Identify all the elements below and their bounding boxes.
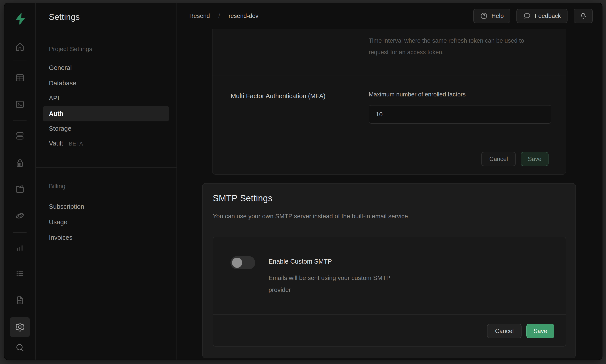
smtp-settings-card: SMTP Settings You can use your own SMTP …	[202, 183, 576, 358]
nav-section-billing: Billing	[49, 183, 65, 190]
auth-settings-card: Time interval where the same refresh tok…	[212, 29, 566, 175]
top-bar: Resend / resend-dev Help Feedback	[177, 3, 602, 29]
feedback-button[interactable]: Feedback	[516, 9, 567, 23]
auth-card-footer: Cancel Save	[481, 152, 549, 166]
nav-item-api[interactable]: API	[43, 91, 169, 106]
api-docs-icon[interactable]	[10, 290, 30, 311]
card-divider	[213, 144, 566, 144]
refresh-token-help-text: Time interval where the same refresh tok…	[369, 35, 543, 58]
storage-icon[interactable]	[10, 179, 30, 199]
smtp-subtitle: You can use your own SMTP server instead…	[213, 213, 410, 220]
breadcrumb-org[interactable]: Resend	[189, 13, 210, 19]
enable-custom-smtp-toggle[interactable]	[231, 256, 255, 269]
mfa-section-label: Multi Factor Authentication (MFA)	[231, 92, 325, 100]
rail-divider	[13, 232, 26, 233]
feedback-bubble-icon	[523, 12, 531, 20]
nav-item-invoices[interactable]: Invoices	[43, 230, 169, 245]
nav-item-vault[interactable]: VaultBETA	[43, 136, 169, 151]
topbar-actions: Help Feedback	[473, 9, 593, 23]
table-editor-icon[interactable]	[10, 68, 30, 88]
nav-item-vault-label: Vault	[49, 140, 63, 147]
max-factors-label: Maximum number of enrolled factors	[369, 91, 465, 98]
smtp-panel-footer: Cancel Save	[487, 324, 554, 338]
bell-icon	[579, 12, 587, 20]
breadcrumb-separator: /	[218, 12, 220, 20]
database-icon[interactable]	[10, 126, 30, 146]
toggle-knob	[232, 258, 242, 268]
smtp-cancel-button[interactable]: Cancel	[487, 324, 522, 338]
enable-custom-smtp-description: Emails will be sent using your custom SM…	[269, 272, 406, 296]
page-title: Settings	[49, 12, 80, 22]
reports-icon[interactable]	[10, 237, 30, 258]
home-icon[interactable]	[10, 37, 30, 57]
main-area: Resend / resend-dev Help Feedback	[177, 3, 602, 360]
help-button[interactable]: Help	[473, 9, 510, 23]
nav-item-general[interactable]: General	[43, 60, 169, 75]
nav-item-storage[interactable]: Storage	[43, 121, 169, 136]
search-icon[interactable]	[10, 338, 30, 358]
auth-lock-icon[interactable]	[10, 153, 30, 173]
auth-save-button[interactable]: Save	[521, 152, 549, 166]
vault-beta-badge: BETA	[69, 141, 83, 147]
rail-divider	[13, 120, 26, 120]
rail-divider	[13, 61, 26, 61]
auth-cancel-button[interactable]: Cancel	[481, 152, 516, 166]
enable-custom-smtp-label: Enable Custom SMTP	[269, 255, 332, 268]
help-button-label: Help	[491, 13, 504, 19]
notifications-button[interactable]	[574, 9, 593, 23]
nav-item-database[interactable]: Database	[43, 75, 169, 91]
nav-section-divider	[36, 167, 177, 168]
nav-item-auth[interactable]: Auth	[43, 106, 169, 121]
nav-item-usage[interactable]: Usage	[43, 214, 169, 230]
max-factors-input[interactable]	[369, 105, 551, 124]
settings-nav-panel: Settings Project Settings General Databa…	[36, 3, 177, 360]
feedback-button-label: Feedback	[535, 13, 561, 19]
edge-functions-icon[interactable]	[10, 206, 30, 226]
help-icon	[480, 12, 488, 20]
nav-header-divider	[36, 30, 177, 30]
app-window: Settings Project Settings General Databa…	[4, 3, 602, 360]
panel-divider	[213, 314, 566, 315]
logs-icon[interactable]	[10, 264, 30, 284]
settings-gear-icon[interactable]	[10, 317, 30, 337]
desktop-background: Settings Project Settings General Databa…	[0, 0, 606, 364]
breadcrumb-project[interactable]: resend-dev	[229, 13, 258, 19]
icon-rail	[4, 3, 36, 360]
nav-item-subscription[interactable]: Subscription	[43, 199, 169, 214]
nav-section-project-settings: Project Settings	[49, 46, 92, 53]
smtp-panel: Enable Custom SMTP Emails will be sent u…	[213, 237, 566, 347]
settings-content-scroll-area[interactable]: Time interval where the same refresh tok…	[177, 29, 602, 360]
card-divider	[213, 75, 566, 75]
smtp-save-button[interactable]: Save	[526, 324, 554, 338]
smtp-title: SMTP Settings	[213, 193, 272, 203]
supabase-logo-icon[interactable]	[13, 12, 27, 26]
sql-editor-icon[interactable]	[10, 94, 30, 115]
